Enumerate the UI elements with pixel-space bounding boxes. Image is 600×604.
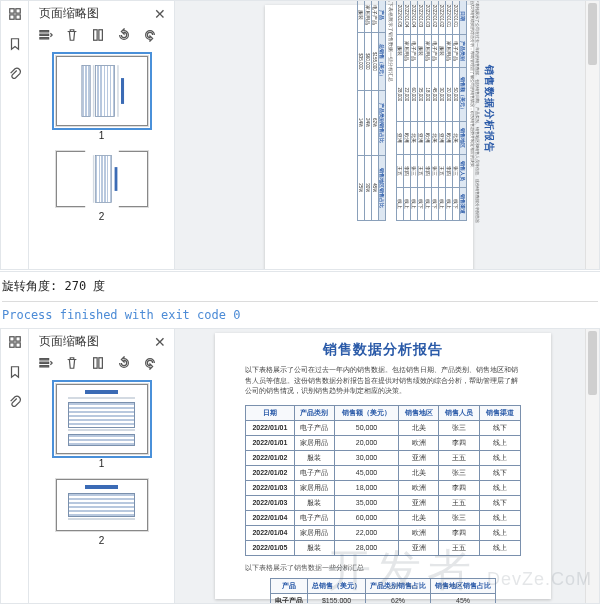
rotate-ccw-icon[interactable] — [117, 356, 131, 372]
report-intro: 以下表格展示了公司在过去一年内的销售数据。包括销售日期、产品类别、销售地区和销售… — [245, 365, 521, 397]
thumbnail-page-1[interactable] — [56, 56, 148, 126]
document-canvas[interactable]: 销售数据分析报告 以下表格展示了公司在过去一年内的销售数据。包括销售日期、产品类… — [175, 1, 599, 269]
console-exit-line: Process finished with exit code 0 — [2, 308, 240, 322]
table-row: 2022/01/01家居用品20,000欧洲李四线上 — [445, 1, 452, 220]
svg-rect-5 — [40, 34, 49, 35]
col-header: 日期 — [459, 1, 466, 34]
attachment-icon[interactable] — [8, 395, 22, 411]
col-header: 总销售（美元） — [308, 578, 366, 593]
svg-rect-12 — [15, 343, 19, 347]
table-row: 2022/01/01家居用品20,000欧洲李四线上 — [246, 435, 521, 450]
thumbnails-icon[interactable] — [8, 335, 22, 351]
panel-title: 页面缩略图 — [39, 333, 99, 350]
table-row: 2022/01/05服装28,000亚洲王五线上 — [396, 1, 403, 220]
col-header: 销售地区销售占比 — [378, 155, 385, 220]
thumb-label-1: 1 — [99, 458, 105, 469]
options-icon[interactable] — [39, 28, 53, 44]
col-header: 产品类别 — [294, 405, 335, 420]
table-row: 2022/01/02服装30,000亚洲王五线上 — [438, 1, 445, 220]
svg-rect-2 — [9, 15, 13, 19]
extract-icon[interactable] — [91, 356, 105, 372]
table-row: 电子产品$155,00062%45% — [271, 593, 496, 603]
extract-icon[interactable] — [91, 28, 105, 44]
svg-rect-3 — [15, 15, 19, 19]
col-header: 产品类别销售占比 — [378, 90, 385, 155]
rotate-ccw-icon[interactable] — [117, 28, 131, 44]
table-row: 2022/01/03家居用品18,000欧洲李四线上 — [424, 1, 431, 220]
console-rotation-unit: 度 — [93, 279, 105, 293]
col-header: 销售地区 — [398, 405, 439, 420]
svg-rect-10 — [15, 337, 19, 341]
delete-icon[interactable] — [65, 28, 79, 44]
table-row: 2022/01/03服装35,000亚洲王五线下 — [246, 495, 521, 510]
col-header: 销售渠道 — [459, 187, 466, 220]
table-row: 2022/01/03服装35,000亚洲王五线下 — [417, 1, 424, 220]
vertical-scrollbar[interactable] — [585, 329, 599, 603]
col-header: 销售渠道 — [480, 405, 521, 420]
document-canvas[interactable]: 销售数据分析报告 以下表格展示了公司在过去一年内的销售数据。包括销售日期、产品类… — [175, 329, 599, 603]
left-iconbar — [1, 329, 29, 603]
svg-rect-15 — [40, 366, 49, 367]
thumbnail-page-2[interactable] — [56, 151, 148, 207]
pdf-viewer-top: 页面缩略图 ✕ 1 2 — [0, 0, 600, 270]
svg-rect-8 — [99, 30, 103, 41]
col-header: 产品类别销售占比 — [366, 578, 431, 593]
panel-title: 页面缩略图 — [39, 5, 99, 22]
col-header: 日期 — [246, 405, 294, 420]
sales-table: 日期产品类别销售额（美元）销售地区销售人员销售渠道2022/01/01电子产品5… — [245, 405, 521, 556]
table-row: 2022/01/04家居用品22,000欧洲李四线上 — [403, 1, 410, 220]
table-row: 2022/01/04电子产品60,000北美张三线上 — [246, 510, 521, 525]
svg-rect-6 — [40, 38, 49, 39]
report-intro: 以下表格展示了公司在过去一年内的销售数据。包括销售日期、产品类别、销售地区和销售… — [470, 1, 480, 223]
rotate-cw-icon[interactable] — [143, 356, 157, 372]
panel-toolbar — [29, 24, 174, 52]
col-header: 销售人员 — [439, 405, 480, 420]
thumb-label-2: 2 — [99, 211, 105, 222]
col-header: 销售地区销售占比 — [431, 578, 496, 593]
rotate-cw-icon[interactable] — [143, 28, 157, 44]
close-icon[interactable]: ✕ — [154, 334, 166, 350]
table-row: 2022/01/01电子产品50,000北美张三线下 — [452, 1, 459, 220]
col-header: 产品类别 — [459, 34, 466, 67]
table-row: 家居用品$60,00024%30% — [364, 1, 371, 220]
bookmark-icon[interactable] — [8, 37, 22, 53]
table-row: 服装$35,00014%25% — [357, 1, 364, 220]
table-row: 2022/01/02电子产品45,000北美张三线下 — [246, 465, 521, 480]
vertical-scrollbar[interactable] — [585, 1, 599, 269]
close-icon[interactable]: ✕ — [154, 6, 166, 22]
pdf-page-1[interactable]: 销售数据分析报告 以下表格展示了公司在过去一年内的销售数据。包括销售日期、产品类… — [265, 5, 473, 269]
panel-toolbar — [29, 352, 174, 380]
summary-caption: 以下表格展示了销售数据一些分析汇总 — [245, 563, 521, 573]
options-icon[interactable] — [39, 356, 53, 372]
svg-rect-11 — [9, 343, 13, 347]
table-row: 电子产品$155,00062%45% — [371, 1, 378, 220]
thumbnails-icon[interactable] — [8, 7, 22, 23]
thumb-label-2: 2 — [99, 535, 105, 546]
delete-icon[interactable] — [65, 356, 79, 372]
pdf-page-1[interactable]: 销售数据分析报告 以下表格展示了公司在过去一年内的销售数据。包括销售日期、产品类… — [215, 333, 551, 599]
attachment-icon[interactable] — [8, 67, 22, 83]
col-header: 销售地区 — [459, 122, 466, 155]
table-row: 2022/01/02电子产品45,000北美张三线下 — [431, 1, 438, 220]
summary-caption: 以下表格展示了销售数据一些分析汇总 — [388, 1, 393, 221]
thumbnail-page-2[interactable] — [56, 479, 148, 531]
col-header: 销售额（美元） — [459, 67, 466, 121]
console-rotation-value: 270 — [64, 279, 86, 293]
table-row: 2022/01/02服装30,000亚洲王五线上 — [246, 450, 521, 465]
sales-table: 日期产品类别销售额（美元）销售地区销售人员销售渠道2022/01/01电子产品5… — [396, 1, 467, 221]
col-header: 产品 — [271, 578, 308, 593]
bookmark-icon[interactable] — [8, 365, 22, 381]
col-header: 产品 — [378, 1, 385, 33]
left-iconbar — [1, 1, 29, 269]
table-row: 2022/01/04家居用品22,000欧洲李四线上 — [246, 525, 521, 540]
svg-rect-1 — [15, 9, 19, 13]
col-header: 销售额（美元） — [335, 405, 399, 420]
thumbnails-panel: 页面缩略图 ✕ 1 2 — [29, 329, 175, 603]
svg-rect-14 — [40, 362, 49, 363]
thumb-label-1: 1 — [99, 130, 105, 141]
table-row: 2022/01/05服装28,000亚洲王五线上 — [246, 540, 521, 555]
table-row: 2022/01/01电子产品50,000北美张三线下 — [246, 420, 521, 435]
thumbnail-page-1[interactable] — [56, 384, 148, 454]
summary-table: 产品总销售（美元）产品类别销售占比销售地区销售占比电子产品$155,00062%… — [357, 1, 386, 221]
table-row: 2022/01/04电子产品60,000北美张三线上 — [410, 1, 417, 220]
